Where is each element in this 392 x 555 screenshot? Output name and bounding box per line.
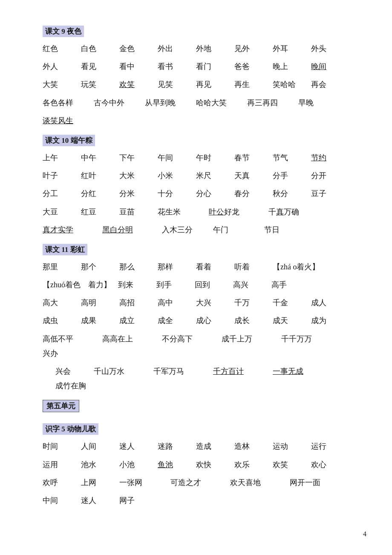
word: 成天: [273, 313, 307, 328]
word: 千千万万: [281, 332, 337, 346]
word: 高大: [43, 295, 77, 310]
word: 欢笑: [119, 77, 153, 92]
word: 兴会: [55, 364, 89, 379]
word: 见笑: [158, 77, 192, 92]
word-row-13: 高大 高明 高招 高中 大兴 千万 千金 成人: [43, 295, 358, 310]
word: 那个: [81, 260, 115, 274]
word: 千金: [273, 295, 307, 310]
word: 下午: [119, 150, 153, 165]
word: 造成: [196, 439, 230, 454]
word: 【zhuó着色 着力】: [43, 278, 111, 292]
word: 小米: [158, 168, 192, 183]
word: 千方百计: [213, 364, 268, 379]
word: 早晚: [298, 95, 332, 110]
word: 上网: [81, 475, 115, 490]
word: 池水: [81, 457, 115, 472]
word: 鱼池: [158, 457, 192, 472]
word: 玩笑: [81, 77, 115, 92]
word: 成千上万: [222, 332, 277, 346]
word: 那样: [158, 260, 192, 274]
word: 看见: [81, 59, 115, 74]
word: 大笑: [43, 77, 77, 92]
word: 花生米: [158, 205, 205, 219]
word: 欢乐: [234, 457, 268, 472]
word: 成人: [311, 295, 345, 310]
word: 网开一面: [290, 475, 345, 490]
word: 金色: [119, 41, 153, 56]
word: 欢心: [311, 457, 345, 472]
word: 分米: [119, 186, 153, 201]
word-row-8: 分工 分红 分米 十分 分心 春分 秋分 豆子: [43, 186, 358, 201]
word: 高低不平: [43, 332, 98, 346]
word-row-14: 成虫 成果 成立 成全 成心 成长 成天 成为: [43, 313, 358, 328]
word-row-10: 真才实学 黑白分明 入木三分 午门 节日: [43, 223, 358, 237]
word: 高手: [271, 278, 306, 292]
word: 一张网: [119, 475, 166, 490]
word: 回到: [195, 278, 229, 292]
word-row-15: 高低不平 高高在上 不分高下 成千上万 千千万万 兴办: [43, 332, 358, 361]
word: 分心: [196, 186, 230, 201]
word: 外人: [43, 59, 77, 74]
word: 入木三分: [162, 223, 209, 237]
word: 米尺: [196, 168, 230, 183]
word-row-5: 谈笑风生: [43, 113, 358, 128]
word: 古今中外: [94, 95, 141, 110]
word: 看书: [158, 59, 192, 74]
word-row-7: 叶子 红叶 大米 小米 米尺 天真 分手 分开: [43, 168, 358, 183]
word: 运用: [43, 457, 77, 472]
word: 到手: [156, 278, 190, 292]
word: 晚上: [273, 59, 307, 74]
word: 十分: [158, 186, 192, 201]
word: 各色各样: [43, 95, 89, 110]
word: 成为: [311, 313, 345, 328]
section-title-kewen10: 课文 10 端午粽: [43, 135, 95, 146]
word: 分工: [43, 186, 77, 201]
word: 兴办: [43, 346, 77, 361]
word: 成竹在胸: [55, 379, 111, 393]
word: 那里: [43, 260, 77, 274]
word: 成果: [81, 313, 115, 328]
word: 运动: [273, 439, 307, 454]
word-row-1: 红色 白色 金色 外出 外地 见外 外耳 外头: [43, 41, 358, 56]
word: 午间: [158, 150, 192, 165]
word: 秋分: [273, 186, 307, 201]
section-kewen9: 课文 9 夜色 红色 白色 金色 外出 外地 见外 外耳 外头 外人 看见 看中…: [43, 26, 358, 128]
word: 运行: [311, 439, 345, 454]
word: 欢快: [196, 457, 230, 472]
word: 节约: [311, 150, 345, 165]
word: 分红: [81, 186, 115, 201]
section-kewen10: 课文 10 端午粽 上午 中午 下午 午间 午时 春节 节气 节约 叶子 红叶 …: [43, 135, 358, 237]
word: 再生: [234, 77, 268, 92]
word: 高中: [158, 295, 192, 310]
word: 高明: [81, 295, 115, 310]
word: 【zhá o着火】: [273, 260, 320, 274]
word: 外出: [158, 41, 192, 56]
word-row-6: 上午 中午 下午 午间 午时 春节 节气 节约: [43, 150, 358, 165]
word: 天真: [234, 168, 268, 183]
word: 到来: [118, 278, 152, 292]
word: 网子: [119, 493, 153, 508]
word: 见外: [234, 41, 268, 56]
word: 分手: [273, 168, 307, 183]
word: 午门: [213, 223, 260, 237]
word: 节日: [264, 223, 298, 237]
word: 哈哈大笑: [196, 95, 243, 110]
word-row-3: 大笑 玩笑 欢笑 见笑 再见 再生 笑哈哈 再会: [43, 77, 358, 92]
word: 红色: [43, 41, 77, 56]
word-row-19: 欢呼 上网 一张网 可造之才 欢天喜地 网开一面: [43, 475, 358, 490]
word: 晚间: [311, 59, 345, 74]
word: 再三再四: [247, 95, 294, 110]
word: 高高在上: [102, 332, 158, 346]
word: 叶子: [43, 168, 77, 183]
word: 小池: [119, 457, 153, 472]
word: 再见: [196, 77, 230, 92]
word: 外地: [196, 41, 230, 56]
word: 春分: [234, 186, 268, 201]
word-row-12: 【zhuó着色 着力】 到来 到手 回到 高兴 高手: [43, 278, 358, 292]
word-row-18: 运用 池水 小池 鱼池 欢快 欢乐 欢笑 欢心: [43, 457, 358, 472]
word: 谈笑风生: [43, 113, 77, 128]
word: 上午: [43, 150, 77, 165]
word: 大兴: [196, 295, 230, 310]
word: 迷人: [81, 493, 115, 508]
unit-title: 第五单元: [43, 400, 79, 412]
